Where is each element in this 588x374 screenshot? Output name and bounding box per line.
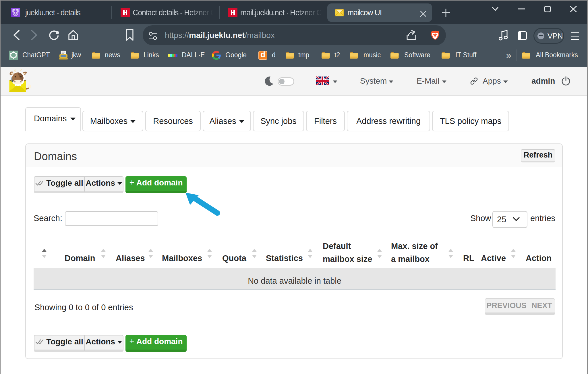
svg-text:53: 53 xyxy=(14,11,17,14)
